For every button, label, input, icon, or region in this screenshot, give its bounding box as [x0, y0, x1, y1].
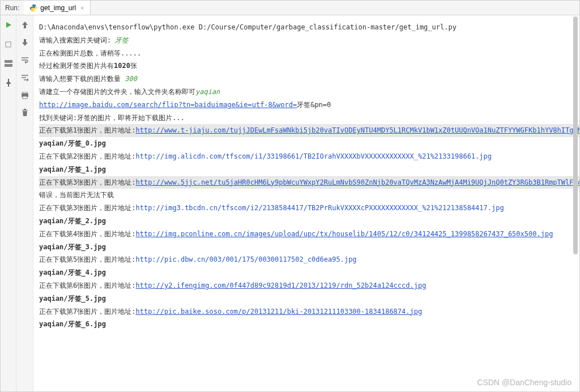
svg-rect-7 [23, 96, 27, 99]
svg-rect-5 [23, 92, 27, 93]
download-7-url[interactable]: http://pic.baike.soso.com/p/20131211/bki… [135, 308, 422, 316]
svg-point-0 [32, 5, 33, 6]
down-icon[interactable] [20, 37, 30, 48]
detecting-msg: 正在检测图片总数，请稍等..... [39, 47, 579, 60]
download-4-url[interactable]: http://img.pconline.com.cn/images/upload… [135, 230, 553, 238]
file-1: yaqian/牙签_1.jpg [39, 163, 579, 176]
layout-icon[interactable] [3, 58, 14, 69]
svg-point-1 [34, 10, 35, 10]
prompt-count: 请输入想要下载的图片数量 300 [39, 73, 579, 86]
search-url-line: http://image.baidu.com/search/flip?tn=ba… [39, 99, 579, 112]
play-icon[interactable] [3, 20, 14, 30]
error-msg: 错误，当前图片无法下载 [39, 189, 579, 202]
file-6: yaqian/牙签_6.jpg [39, 318, 579, 331]
download-7: 正在下载第7张图片，图片地址:http://pic.baike.soso.com… [39, 305, 579, 318]
svg-rect-4 [5, 64, 12, 67]
file-0: yaqian/牙签_0.jpg [39, 137, 579, 150]
stop-icon[interactable] [3, 39, 14, 49]
body: D:\Anaconda\envs\tensorflow\python.exe D… [1, 15, 579, 391]
download-5: 正在下载第5张图片，图片地址:http://pic.dbw.cn/003/001… [39, 253, 579, 266]
download-6: 正在下载第6张图片，图片地址:http://y2.ifengimg.com/0f… [39, 279, 579, 292]
download-2: 正在下载第2张图片，图片地址:http://img.alicdn.com/tfs… [39, 150, 579, 163]
download-6-url[interactable]: http://y2.ifengimg.com/0f447d89c92819d1/… [135, 282, 426, 289]
prompt-folder: 请建立一个存储图片的文件夹，输入文件夹名称即可yaqian [39, 86, 579, 99]
tab-title: get_img_url [40, 4, 76, 12]
found-msg: 找到关键词:牙签的图片，即将开始下载图片... [39, 112, 579, 125]
scrollbar-thumb[interactable] [573, 16, 578, 254]
file-2: yaqian/牙签_2.jpg [39, 215, 579, 228]
pin-icon[interactable] [3, 78, 14, 88]
download-5-url[interactable]: http://pic.dbw.cn/003/001/175/0030011750… [135, 255, 356, 263]
watermark: CSDN @DanCheng-studio [477, 378, 572, 387]
console-toolbar [16, 15, 33, 391]
file-5: yaqian/牙签_5.jpg [39, 292, 579, 305]
file-4: yaqian/牙签_4.jpg [39, 266, 579, 279]
up-icon[interactable] [20, 20, 30, 30]
prompt-keyword: 请输入搜索图片关键词: 牙签 [39, 34, 579, 47]
tab-close-icon[interactable]: × [80, 5, 84, 11]
download-2-url[interactable]: http://img.alicdn.com/tfscom/i1/33198661… [135, 152, 492, 160]
svg-rect-3 [5, 60, 12, 63]
download-3b: 正在下载第3张图片，图片地址:http://img3.tbcdn.cn/tfsc… [39, 202, 579, 215]
run-label: Run: [1, 4, 24, 12]
python-icon [29, 4, 37, 12]
download-1: 正在下载第1张图片，图片地址:http://www.t-jiaju.com/tu… [39, 124, 579, 137]
download-4: 正在下载第4张图片，图片地址:http://img.pconline.com.c… [39, 228, 579, 241]
download-3a-url[interactable]: http://www.5jjc.net/tu5jaHR0cHM6Ly9pbWcu… [135, 178, 579, 186]
search-url[interactable]: http://image.baidu.com/search/flip?tn=ba… [39, 101, 297, 109]
wrap-icon[interactable] [20, 55, 30, 65]
download-1-url[interactable]: http://www.t-jiaju.com/tujjJDEwLmFsaWNkb… [135, 126, 579, 134]
print-icon[interactable] [20, 90, 30, 100]
trash-icon[interactable] [20, 108, 30, 118]
export-icon[interactable] [20, 73, 30, 83]
left-toolbar [1, 15, 16, 391]
svg-rect-2 [6, 42, 11, 47]
scrollbar[interactable] [573, 16, 578, 390]
run-tab[interactable]: get_img_url × [24, 1, 90, 15]
exec-command: D:\Anaconda\envs\tensorflow\python.exe D… [39, 21, 579, 34]
download-3a: 正在下载第3张图片，图片地址:http://www.5jjc.net/tu5ja… [39, 176, 579, 189]
download-3b-url[interactable]: http://img3.tbcdn.cn/tfscom/i2/213858441… [135, 204, 504, 212]
detected-msg: 经过检测牙签类图片共有1020张 [39, 59, 579, 73]
console-output[interactable]: D:\Anaconda\envs\tensorflow\python.exe D… [33, 15, 579, 391]
file-3: yaqian/牙签_3.jpg [39, 241, 579, 254]
run-header: Run: get_img_url × [1, 1, 579, 15]
